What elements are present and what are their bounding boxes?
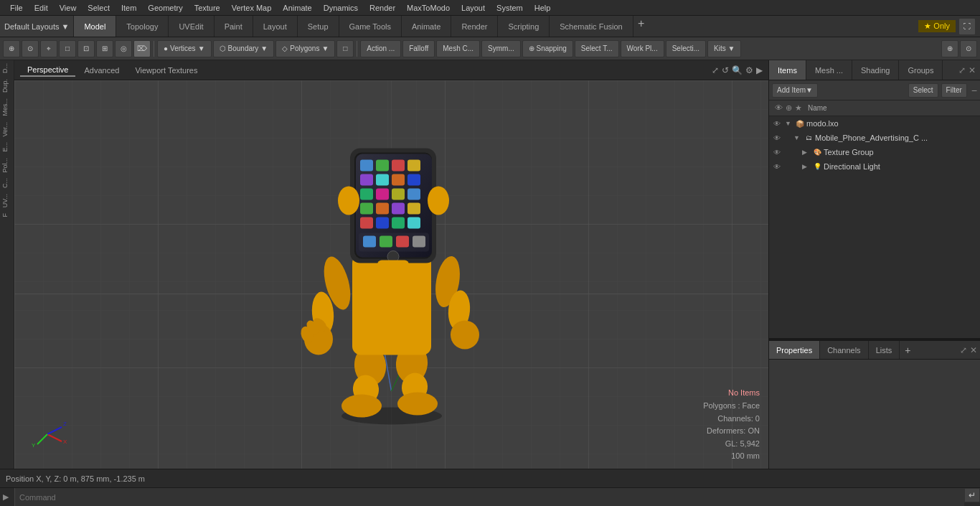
symmetry-button[interactable]: Symm... [481,40,521,57]
add-item-button[interactable]: Add Item ▼ [772,83,818,98]
menu-file[interactable]: File [4,2,29,14]
viewport[interactable]: Perspective Advanced Viewport Textures ⤢… [14,60,768,469]
viewport-canvas[interactable]: No Items Polygons : Face Channels: 0 Def… [14,80,768,469]
tree-eye-1[interactable]: 👁 [772,133,782,143]
toolbar-btn-2[interactable]: ⊙ [22,40,39,57]
toolbar-btn-transform[interactable]: ⊕ [3,40,20,57]
viewport-icon-more[interactable]: ▶ [756,65,763,75]
toolbar-btn-snap[interactable]: ⌦ [133,40,151,57]
toolbar-btn-7[interactable]: ◎ [115,40,132,57]
tab-layout[interactable]: Layout [253,16,298,37]
tree-arrow-0[interactable]: ▼ [785,120,793,127]
tree-eye-2[interactable]: 👁 [772,147,782,157]
viewport-icon-refresh[interactable]: ↺ [722,65,729,75]
menu-maxtomodo[interactable]: MaxToModo [401,2,456,14]
menu-animate[interactable]: Animate [277,2,317,14]
viewport-tab-advanced[interactable]: Advanced [77,65,126,76]
tab-setup[interactable]: Setup [298,16,339,37]
props-expand-icon[interactable]: ⤢ [960,345,967,355]
viewport-icon-search[interactable]: 🔍 [732,65,743,75]
toolbar-right-btn-1[interactable]: ⊕ [941,40,958,57]
menu-dynamics[interactable]: Dynamics [318,2,364,14]
menu-system[interactable]: System [491,2,529,14]
polygons-mode-button[interactable]: ◇ Polygons ▼ [275,40,335,57]
select-items-button[interactable]: Select [908,83,938,98]
tree-arrow-1[interactable]: ▼ [793,134,802,141]
props-tab-lists[interactable]: Lists [869,341,900,359]
rp-tab-items[interactable]: Items [769,60,806,80]
sidebar-label-e[interactable]: E... [0,139,14,155]
layouts-dropdown[interactable]: Default Layouts ▼ [0,16,74,37]
vertices-mode-button[interactable]: ● Vertices ▼ [157,40,212,57]
mesh-button[interactable]: Mesh C... [436,40,480,57]
menu-view[interactable]: View [54,2,83,14]
sidebar-label-d[interactable]: D... [0,60,14,76]
rp-tab-mesh[interactable]: Mesh ... [806,60,852,80]
command-input[interactable] [14,488,964,506]
selection-button[interactable]: Selecti... [666,40,706,57]
menu-item[interactable]: Item [116,2,142,14]
menu-help[interactable]: Help [529,2,557,14]
action-button[interactable]: Action ... [360,40,401,57]
rp-tab-groups[interactable]: Groups [899,60,943,80]
sidebar-label-c[interactable]: C... [0,175,14,191]
toolbar-right-btn-2[interactable]: ⊙ [960,40,977,57]
toolbar-btn-3[interactable]: ⌖ [40,40,57,57]
tab-animate[interactable]: Animate [402,16,451,37]
tree-item-directional-light[interactable]: 👁 ▶ 💡 Directional Light [769,159,980,174]
eye-icon-1[interactable]: 👁 [775,103,783,113]
tree-item-texture-group[interactable]: 👁 ▶ 🎨 Texture Group [769,145,980,159]
viewport-icon-settings[interactable]: ⚙ [745,65,753,75]
tab-scripting[interactable]: Scripting [498,16,550,37]
tree-item-mobile-phone[interactable]: 👁 ▼ 🗂 Mobile_Phone_Advertising_C ... [769,131,980,145]
toolbar-btn-6[interactable]: ⊞ [96,40,113,57]
falloff-button[interactable]: Falloff [402,40,435,57]
tab-uvedit[interactable]: UVEdit [169,16,214,37]
tab-schematic-fusion[interactable]: Schematic Fusion [550,16,633,37]
tab-add-button[interactable]: + [633,16,649,32]
items-list[interactable]: 👁 ▼ 📦 modo.lxo 👁 ▼ 🗂 Mobile_Phone_Advert… [769,116,980,338]
tab-model[interactable]: Model [74,16,116,37]
viewport-tab-textures[interactable]: Viewport Textures [128,65,204,76]
tree-arrow-2[interactable]: ▶ [802,149,811,156]
viewport-tab-perspective[interactable]: Perspective [20,64,75,77]
snapping-button[interactable]: ⊕ Snapping [522,40,573,57]
eye-icon-2[interactable]: ⊕ [786,103,792,113]
menu-select[interactable]: Select [82,2,116,14]
boundary-mode-button[interactable]: ⬡ Boundary ▼ [213,40,275,57]
sidebar-label-mesh[interactable]: Mes... [0,95,14,119]
kits-button[interactable]: Kits ▼ [707,40,741,57]
toolbar-btn-mode[interactable]: □ [336,40,354,57]
menu-layout[interactable]: Layout [456,2,491,14]
tab-topology[interactable]: Topology [116,16,169,37]
tab-game-tools[interactable]: Game Tools [339,16,402,37]
tree-eye-0[interactable]: 👁 [772,118,782,128]
toolbar-btn-5[interactable]: ⊡ [77,40,95,57]
menu-texture[interactable]: Texture [189,2,226,14]
props-tab-add[interactable]: + [900,345,915,356]
menu-vertex-map[interactable]: Vertex Map [226,2,278,14]
viewport-icon-expand[interactable]: ⤢ [712,65,719,75]
tab-paint[interactable]: Paint [215,16,253,37]
menu-geometry[interactable]: Geometry [142,2,188,14]
workplane-button[interactable]: Work Pl... [621,40,664,57]
fullscreen-button[interactable]: ⛶ [958,18,976,35]
sidebar-label-uv[interactable]: UV... [0,191,14,210]
tree-eye-3[interactable]: 👁 [772,161,782,172]
rp-expand-icon[interactable]: ⤢ [958,65,966,75]
tab-render[interactable]: Render [451,16,498,37]
menu-render[interactable]: Render [364,2,401,14]
sidebar-label-poly[interactable]: Pol... [0,155,14,176]
props-tab-properties[interactable]: Properties [769,341,820,359]
items-minus-icon[interactable]: − [971,85,977,96]
toolbar-btn-4[interactable]: □ [59,40,76,57]
rp-tab-shading[interactable]: Shading [852,60,899,80]
menu-edit[interactable]: Edit [29,2,54,14]
sidebar-label-f[interactable]: F [0,210,14,220]
props-close-icon[interactable]: ✕ [970,345,977,355]
star-only-button[interactable]: ★ Only [918,20,956,32]
sidebar-label-vert[interactable]: Ver... [0,119,14,140]
tree-item-modo-lxo[interactable]: 👁 ▼ 📦 modo.lxo [769,116,980,131]
tree-arrow-3[interactable]: ▶ [802,163,811,170]
props-tab-channels[interactable]: Channels [820,341,868,359]
